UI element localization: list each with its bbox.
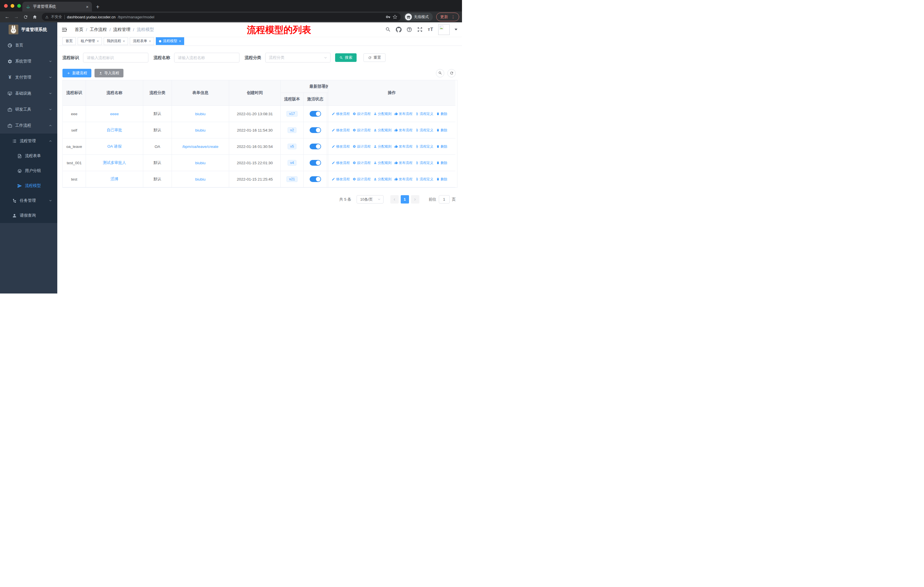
- fullscreen-icon[interactable]: [417, 26, 423, 32]
- minimize-window-button[interactable]: [11, 4, 14, 8]
- refresh-table-button[interactable]: [447, 69, 456, 78]
- active-toggle[interactable]: [310, 144, 321, 149]
- modify-process-link[interactable]: 修改流程: [332, 111, 350, 116]
- tag-close-icon[interactable]: ×: [149, 39, 151, 43]
- design-process-link[interactable]: 设计流程: [353, 111, 371, 116]
- active-toggle[interactable]: [310, 127, 321, 133]
- page-size-select[interactable]: 10条/页: [356, 195, 383, 203]
- process-definition-link[interactable]: 流程定义: [415, 128, 433, 133]
- assign-rule-link[interactable]: 分配规则: [373, 177, 391, 182]
- sidebar-item-leave-query[interactable]: 请假查询: [0, 208, 57, 223]
- sidebar-item-task-management[interactable]: 任务管理: [0, 193, 57, 208]
- address-bar[interactable]: ⚠ 不安全 dashboard.yudao.iocoder.cn/bpm/man…: [42, 13, 401, 21]
- tab-close-icon[interactable]: ×: [86, 4, 89, 9]
- assign-rule-link[interactable]: 分配规则: [373, 111, 391, 116]
- github-icon[interactable]: [396, 26, 402, 32]
- assign-rule-link[interactable]: 分配规则: [373, 144, 391, 149]
- tag-close-icon[interactable]: ×: [123, 39, 125, 43]
- process-name-input[interactable]: [174, 53, 239, 63]
- sidebar-item-payment[interactable]: ¥ 支付管理: [0, 69, 57, 85]
- delete-link[interactable]: 删除: [436, 160, 447, 165]
- close-window-button[interactable]: [4, 4, 8, 8]
- sidebar-item-home[interactable]: 首页: [0, 37, 57, 53]
- next-page-button[interactable]: [411, 195, 419, 203]
- modify-process-link[interactable]: 修改流程: [332, 177, 350, 182]
- maximize-window-button[interactable]: [17, 4, 21, 8]
- form-info-link[interactable]: biubiu: [195, 177, 205, 182]
- breadcrumb-process-management[interactable]: 流程管理: [113, 27, 130, 32]
- process-definition-link[interactable]: 流程定义: [415, 160, 433, 165]
- goto-page-input[interactable]: [439, 195, 450, 203]
- publish-process-link[interactable]: 发布流程: [394, 177, 412, 182]
- tag-close-icon[interactable]: ×: [179, 39, 181, 43]
- process-definition-link[interactable]: 流程定义: [415, 111, 433, 116]
- publish-process-link[interactable]: 发布流程: [394, 128, 412, 133]
- design-process-link[interactable]: 设计流程: [353, 177, 371, 182]
- breadcrumb-workflow[interactable]: 工作流程: [90, 27, 107, 32]
- process-name-link[interactable]: 滔博: [111, 177, 118, 182]
- new-tab-button[interactable]: +: [96, 3, 99, 10]
- active-toggle[interactable]: [310, 111, 321, 117]
- process-category-select[interactable]: 流程分类: [265, 53, 330, 63]
- font-size-icon[interactable]: тT: [427, 27, 433, 32]
- forward-button[interactable]: →: [12, 13, 21, 21]
- delete-link[interactable]: 删除: [436, 144, 447, 149]
- sidebar-item-workflow[interactable]: 工作流程: [0, 117, 57, 134]
- modify-process-link[interactable]: 修改流程: [332, 144, 350, 149]
- reset-button[interactable]: 重置: [363, 53, 386, 62]
- create-process-button[interactable]: 新建流程: [63, 69, 91, 78]
- form-info-link[interactable]: biubiu: [195, 161, 205, 165]
- password-key-icon[interactable]: [386, 15, 390, 19]
- sidebar-item-devtools[interactable]: 研发工具: [0, 101, 57, 117]
- design-process-link[interactable]: 设计流程: [353, 128, 371, 133]
- delete-link[interactable]: 删除: [436, 177, 447, 182]
- delete-link[interactable]: 删除: [436, 111, 447, 116]
- toggle-search-button[interactable]: [436, 69, 444, 78]
- browser-menu-icon[interactable]: ⋮: [451, 15, 455, 19]
- modify-process-link[interactable]: 修改流程: [332, 160, 350, 165]
- chrome-update-button[interactable]: 更新 ⋮: [436, 13, 459, 21]
- sidebar-item-process-management[interactable]: 流程管理: [0, 134, 57, 149]
- sidebar-item-user-group[interactable]: 用户分组: [0, 164, 57, 178]
- search-button[interactable]: 搜索: [335, 53, 356, 62]
- delete-link[interactable]: 删除: [436, 128, 447, 133]
- tag-close-icon[interactable]: ×: [97, 39, 99, 43]
- sidebar-item-process-form[interactable]: 流程表单: [0, 149, 57, 164]
- help-icon[interactable]: [406, 26, 412, 32]
- form-info-link[interactable]: biubiu: [195, 128, 205, 132]
- publish-process-link[interactable]: 发布流程: [394, 144, 412, 149]
- assign-rule-link[interactable]: 分配规则: [373, 128, 391, 133]
- tag-process-form[interactable]: 流程表单×: [130, 37, 154, 45]
- home-button[interactable]: [30, 13, 39, 21]
- process-name-link[interactable]: OA 请假: [107, 144, 122, 149]
- back-button[interactable]: ←: [3, 13, 12, 21]
- bookmark-star-icon[interactable]: [393, 15, 397, 19]
- sidebar-collapse-icon[interactable]: [61, 26, 67, 33]
- process-key-input[interactable]: [83, 53, 148, 63]
- avatar-caret-icon[interactable]: [455, 29, 457, 30]
- prev-page-button[interactable]: [390, 195, 399, 203]
- tag-home[interactable]: 首页: [63, 37, 76, 45]
- avatar[interactable]: [438, 24, 450, 35]
- sidebar-item-system[interactable]: 系统管理: [0, 53, 57, 69]
- tag-process-model[interactable]: 流程模型×: [156, 37, 184, 45]
- sidebar-item-infra[interactable]: 基础设施: [0, 85, 57, 101]
- browser-tab[interactable]: 芋道管理系统 ×: [22, 2, 92, 12]
- search-icon[interactable]: [385, 26, 391, 32]
- current-page-button[interactable]: 1: [401, 195, 409, 203]
- assign-rule-link[interactable]: 分配规则: [373, 160, 391, 165]
- form-info-link[interactable]: /bpm/oa/leave/create: [182, 144, 218, 149]
- publish-process-link[interactable]: 发布流程: [394, 111, 412, 116]
- window-controls[interactable]: [4, 4, 21, 8]
- design-process-link[interactable]: 设计流程: [353, 160, 371, 165]
- process-name-link[interactable]: eeee: [110, 112, 119, 116]
- sidebar-item-process-model[interactable]: 流程模型: [0, 178, 57, 193]
- app-logo[interactable]: 芋道管理系统: [0, 22, 57, 37]
- publish-process-link[interactable]: 发布流程: [394, 160, 412, 165]
- process-definition-link[interactable]: 流程定义: [415, 177, 433, 182]
- design-process-link[interactable]: 设计流程: [353, 144, 371, 149]
- reload-button[interactable]: [21, 13, 30, 21]
- import-process-button[interactable]: 导入流程: [94, 69, 124, 78]
- process-name-link[interactable]: 测试多审批人: [103, 160, 126, 165]
- process-name-link[interactable]: 自己审批: [107, 127, 122, 133]
